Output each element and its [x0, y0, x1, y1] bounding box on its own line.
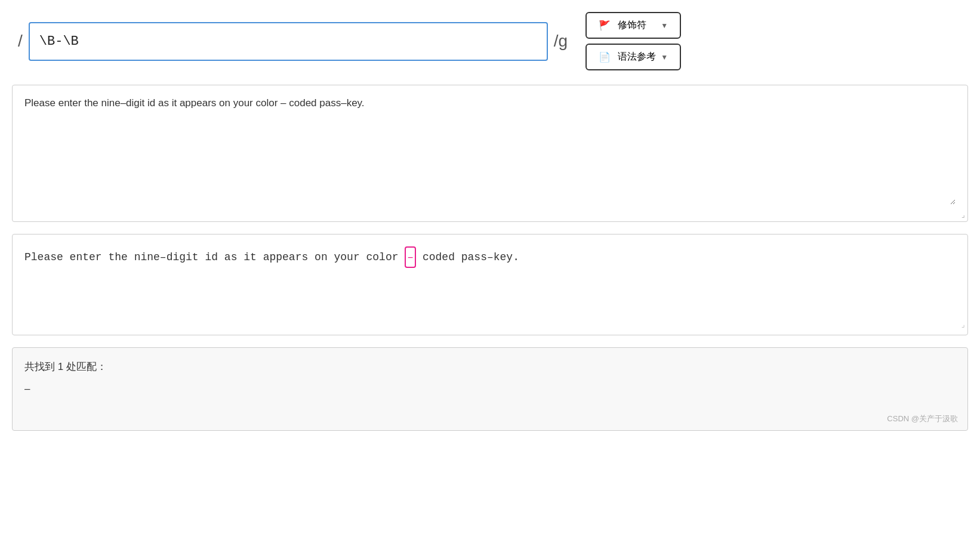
result-text-before: Please enter the nine–digit id as it app…: [24, 251, 405, 263]
modifier-label: 修饰符: [618, 19, 656, 32]
result-area: Please enter the nine–digit id as it app…: [12, 234, 968, 335]
result-resize-handle: ⌟: [961, 319, 965, 332]
watermark: CSDN @关产于汲歌: [887, 414, 958, 424]
syntax-button[interactable]: 📄 语法参考 ▼: [585, 44, 681, 70]
doc-icon: 📄: [599, 51, 611, 63]
test-input-area: Please enter the nine–digit id as it app…: [12, 85, 968, 222]
summary-match: –: [24, 383, 956, 395]
syntax-arrow: ▼: [661, 53, 668, 61]
test-textarea[interactable]: Please enter the nine–digit id as it app…: [24, 97, 956, 205]
regex-input[interactable]: [29, 22, 548, 61]
flag-icon: 🚩: [599, 20, 611, 31]
resize-handle: ⌟: [961, 211, 965, 219]
action-buttons: 🚩 修饰符 ▼ 📄 语法参考 ▼: [585, 12, 681, 70]
result-highlight: –: [405, 246, 416, 268]
slash-right: /g: [548, 33, 574, 50]
result-text-after: coded pass–key.: [416, 251, 519, 263]
modifier-button[interactable]: 🚩 修饰符 ▼: [585, 12, 681, 39]
modifier-arrow: ▼: [661, 21, 668, 30]
summary-title: 共找到 1 处匹配：: [24, 360, 956, 374]
regex-input-wrapper: [29, 22, 548, 61]
slash-left: /: [12, 33, 29, 50]
summary-area: 共找到 1 处匹配： – CSDN @关产于汲歌: [12, 347, 968, 431]
syntax-label: 语法参考: [618, 51, 656, 63]
